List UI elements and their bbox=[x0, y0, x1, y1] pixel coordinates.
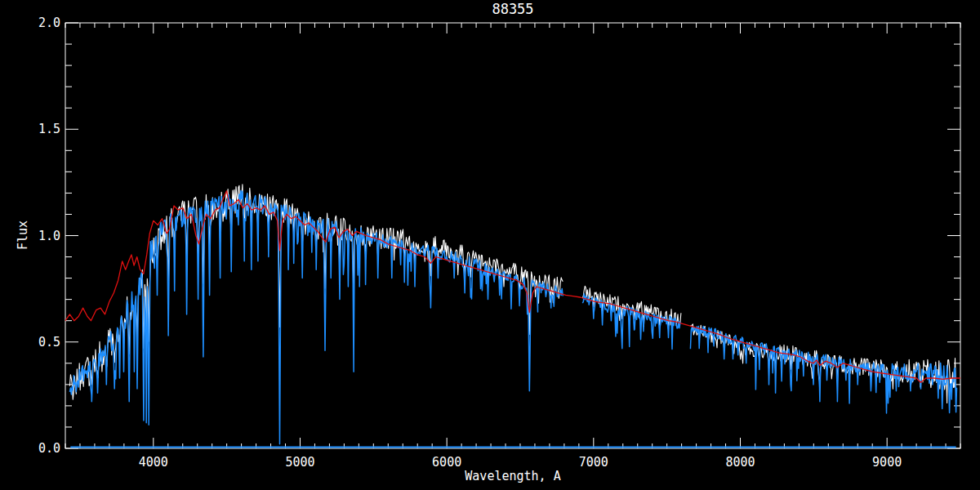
y-tick-label: 0.0 bbox=[38, 441, 60, 456]
y-tick-label: 1.0 bbox=[38, 229, 60, 243]
spectrum-chart: 4000500060007000800090000.00.51.01.52.0 … bbox=[0, 0, 980, 490]
plot-layer bbox=[65, 185, 960, 448]
spectrum-figure: 4000500060007000800090000.00.51.01.52.0 … bbox=[0, 0, 980, 490]
x-tick-label: 7000 bbox=[579, 455, 608, 470]
x-tick-label: 4000 bbox=[139, 455, 168, 470]
y-axis-label: Flux bbox=[16, 220, 30, 250]
y-tick-label: 1.5 bbox=[38, 122, 60, 136]
y-tick-label: 2.0 bbox=[38, 16, 60, 30]
x-tick-label: 9000 bbox=[872, 455, 902, 470]
x-tick-label: 5000 bbox=[285, 455, 314, 470]
x-axis-label: Wavelength, A bbox=[465, 469, 560, 483]
x-tick-label: 8000 bbox=[725, 455, 755, 470]
x-tick-label: 6000 bbox=[432, 455, 461, 470]
observed-spectrum-white bbox=[690, 324, 956, 403]
y-tick-label: 0.5 bbox=[38, 335, 60, 350]
smoothed-spectrum-blue bbox=[69, 191, 563, 444]
chart-title: 88355 bbox=[492, 1, 533, 17]
